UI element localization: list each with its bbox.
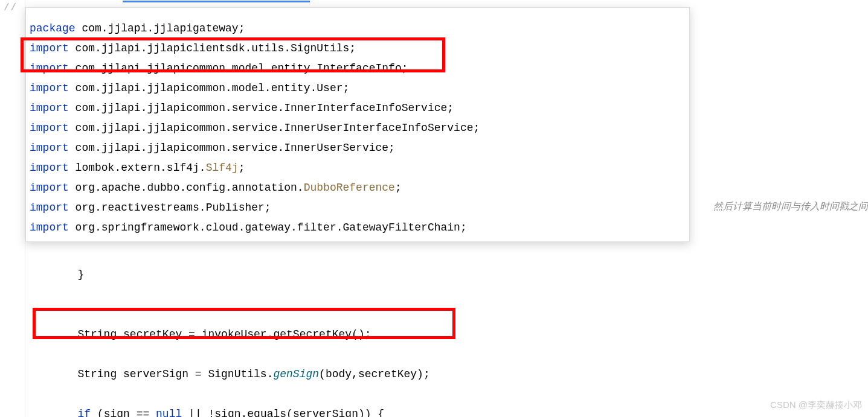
code-line: import com.jjlapi.jjlapicommon.model.ent… [30, 78, 686, 98]
code-text: com.jjlapi.jjlapigateway; [76, 22, 245, 34]
highlight-box-import [21, 37, 445, 72]
gutter-comment-marker: // [0, 0, 25, 13]
keyword-import: import [30, 82, 69, 94]
keyword-null: null [156, 408, 182, 417]
tab-indicator [123, 1, 310, 2]
code-line: import lombok.extern.slf4j.Slf4j; [30, 158, 686, 178]
keyword-package: package [30, 22, 76, 34]
code-text: (sign == [91, 408, 156, 417]
code-text: com.jjlapi.jjlapicommon.service.InnerInt… [69, 102, 454, 114]
code-line: import com.jjlapi.jjlapicommon.service.I… [30, 118, 686, 138]
code-line: import org.reactivestreams.Publisher; [30, 198, 686, 218]
annotation-class: Slf4j [206, 162, 239, 174]
code-text: com.jjlapi.jjlapicommon.service.InnerUse… [69, 122, 480, 134]
code-line: } [25, 265, 430, 285]
code-line: import org.apache.dubbo.config.annotatio… [30, 178, 686, 198]
code-line: package com.jjlapi.jjlapigateway; [30, 19, 686, 39]
code-text: ; [395, 182, 402, 194]
remote-comment-text: 然后计算当前时间与传入时间戳之间 [713, 200, 868, 213]
code-text: org.springframework.cloud.gateway.filter… [69, 221, 467, 234]
code-line: import com.jjlapi.jjlapicommon.service.I… [30, 98, 686, 118]
code-line: String serverSign = SignUtils.genSign(bo… [25, 364, 430, 384]
keyword-import: import [30, 182, 69, 194]
code-text [25, 408, 77, 417]
keyword-import: import [30, 122, 69, 134]
keyword-import: import [30, 102, 69, 114]
code-text: com.jjlapi.jjlapicommon.model.entity.Use… [69, 82, 349, 94]
code-text: lombok.extern.slf4j. [69, 162, 206, 174]
method-call: genSign [273, 368, 319, 380]
annotation-class: DubboReference [304, 182, 395, 194]
code-text: String serverSign = SignUtils. [25, 368, 273, 380]
code-line: import org.springframework.cloud.gateway… [30, 218, 686, 238]
code-line: import com.jjlapi.jjlapicommon.service.I… [30, 138, 686, 158]
code-text: com.jjlapi.jjlapicommon.service.InnerUse… [69, 142, 395, 154]
keyword-import: import [30, 162, 69, 174]
highlight-box-usage [33, 308, 455, 339]
keyword-if: if [77, 408, 91, 417]
code-text: org.apache.dubbo.config.annotation. [69, 182, 304, 194]
code-text: (body,secretKey); [319, 368, 430, 380]
code-text: ; [239, 162, 245, 174]
keyword-import: import [30, 202, 69, 214]
keyword-import: import [30, 142, 69, 154]
watermark-text: CSDN @李奕赫揍小邓 [770, 399, 862, 411]
keyword-import: import [30, 221, 69, 234]
code-text: || !sign.equals(serverSign)) { [182, 408, 384, 417]
code-text: org.reactivestreams.Publisher; [69, 202, 271, 214]
code-line: if (sign == null || !sign.equals(serverS… [25, 404, 430, 417]
